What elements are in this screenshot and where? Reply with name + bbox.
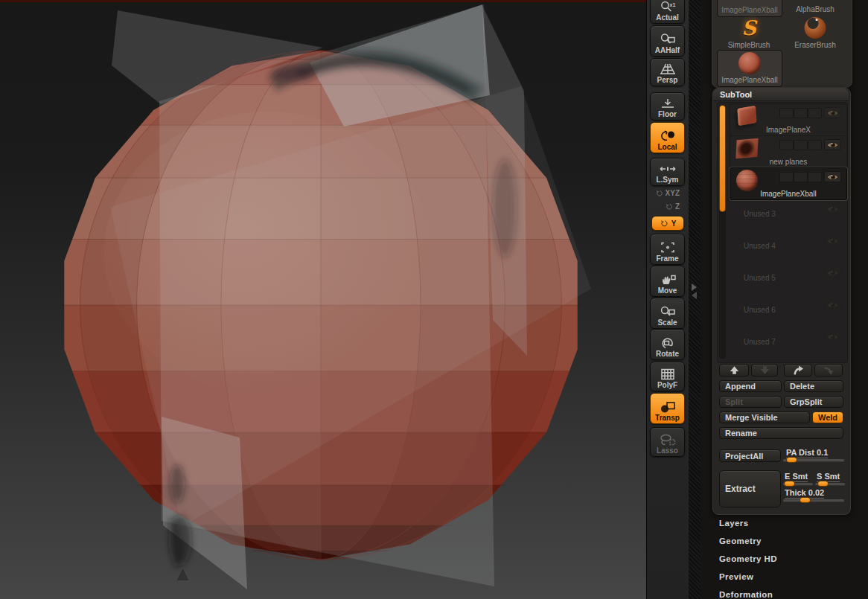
toolbar-button-icon [659, 0, 677, 13]
rename-button[interactable]: Rename [719, 427, 843, 439]
brush-tile-label: EraserBrush [783, 41, 847, 49]
brush-tile-eraserbrush[interactable]: EraserBrush [783, 16, 847, 51]
visibility-eye-button[interactable] [824, 299, 841, 310]
section-header-preview[interactable]: Preview [719, 572, 753, 581]
pa-dist-slider-handle[interactable] [786, 457, 797, 463]
brush-palette-panel: ImagePlaneXball AlphaBrush SimpleBrush E… [712, 0, 852, 88]
toolbar-button-lsym[interactable]: L.Sym [650, 158, 685, 186]
brush-thumbnail-icon [783, 0, 847, 5]
divider-handle[interactable] [690, 284, 699, 300]
weld-button[interactable]: Weld [812, 411, 843, 423]
thick-slider-handle[interactable] [800, 497, 811, 503]
toolbar-button-label: Rotate [656, 350, 679, 358]
toolbar-button-polyf[interactable]: PolyF [650, 362, 685, 391]
visibility-eye-button[interactable] [824, 267, 841, 278]
toolbar-button-icon [659, 129, 677, 143]
subtool-item-label: Unused 7 [744, 338, 776, 346]
toolbar-button-rot-xyz[interactable]: XYZ [650, 187, 685, 199]
insert-button[interactable] [814, 364, 843, 377]
toolbar-button-scale[interactable]: Scale [650, 298, 685, 329]
projectall-button[interactable]: ProjectAll [719, 449, 781, 462]
move-down-button[interactable] [751, 364, 778, 377]
toolbar-button-aahalf[interactable]: AAHalf [650, 25, 685, 57]
toolbar-button-icon [659, 97, 677, 110]
viewport-3d[interactable] [0, 0, 646, 599]
divider-arrow-left-icon [692, 292, 697, 299]
visibility-eye-button[interactable] [824, 139, 841, 150]
toolbar-button-rot-y[interactable]: Y [651, 216, 684, 231]
e-smt-slider-handle[interactable] [784, 481, 795, 487]
grpsplit-button[interactable]: GrpSplit [784, 396, 843, 408]
subtool-scrollbar-thumb[interactable] [719, 105, 726, 212]
visibility-eye-button[interactable] [824, 171, 841, 182]
s-smt-slider-handle[interactable] [817, 481, 829, 487]
subtool-slot[interactable] [779, 108, 794, 118]
toolbar-button-floor[interactable]: Floor [650, 92, 685, 121]
subtool-slot[interactable] [779, 140, 794, 150]
subtool-panel-header[interactable]: SubTool [713, 89, 849, 101]
subtool-item-unused-5[interactable]: Unused 5 [730, 263, 847, 296]
visibility-eye-button[interactable] [824, 203, 841, 214]
toolbar-button-frame[interactable]: Frame [650, 234, 685, 265]
toolbar-button-icon [665, 202, 674, 211]
subtool-item-imageplanexball[interactable]: ImagePlaneXball [730, 167, 847, 200]
visibility-eye-button[interactable] [824, 107, 841, 118]
panel-divider[interactable] [689, 0, 701, 599]
toolbar-button-persp[interactable]: Persp [650, 58, 685, 86]
extract-button[interactable]: Extract [719, 470, 781, 507]
merge-visible-button[interactable]: Merge Visible [719, 411, 810, 423]
toolbar-button-move[interactable]: Move [650, 266, 685, 297]
subtool-item-unused-3[interactable]: Unused 3 [730, 199, 847, 232]
visibility-eye-button[interactable] [824, 235, 841, 246]
brush-tile-imageplanexball[interactable]: ImagePlaneXball [717, 50, 782, 87]
append-button[interactable]: Append [719, 380, 782, 392]
thick-slider-track[interactable] [783, 499, 844, 502]
toolbar-button-label: XYZ [666, 189, 680, 197]
toolbar-button-label: Move [658, 286, 677, 295]
subtool-item-unused-4[interactable]: Unused 4 [730, 231, 847, 264]
toolbar-button-icon [659, 33, 677, 46]
toolbar-button-local[interactable]: Local [650, 122, 685, 153]
subtool-item-imageplanex[interactable]: ImagePlaneX [730, 103, 847, 136]
subtool-slot[interactable] [808, 108, 822, 118]
toolbar-button-transp[interactable]: Transp [650, 393, 685, 424]
toolbar-button-label: Y [671, 220, 677, 228]
duplicate-button[interactable] [784, 364, 812, 377]
section-header-layers[interactable]: Layers [719, 519, 748, 528]
pa-dist-slider-track[interactable] [783, 459, 844, 461]
toolbar-button-rotate[interactable]: Rotate [650, 329, 685, 360]
move-up-button[interactable] [719, 364, 749, 377]
subtool-item-unused-7[interactable]: Unused 7 [730, 327, 847, 360]
subtool-slot[interactable] [794, 172, 808, 182]
subtool-item-label: ImagePlaneX [730, 126, 846, 134]
toolbar-button-label: Lasso [657, 446, 678, 455]
thick-value: 0.02 [808, 488, 824, 497]
subtool-slot[interactable] [808, 172, 822, 182]
toolbar-button-rot-z[interactable]: Z [650, 200, 685, 213]
section-header-geometry[interactable]: Geometry [719, 536, 762, 545]
e-smt-slider-track[interactable] [783, 483, 813, 485]
toolbar-button-label: Local [657, 143, 677, 151]
subtool-slot[interactable] [794, 140, 808, 150]
subtool-slot[interactable] [794, 108, 808, 118]
brush-tile-alphabrush[interactable]: AlphaBrush [783, 0, 847, 16]
subtool-slot[interactable] [808, 140, 822, 150]
toolbar-button-actual[interactable]: Actual [650, 0, 685, 24]
visibility-eye-button[interactable] [824, 331, 841, 342]
split-button[interactable]: Split [719, 396, 782, 408]
toolbar-button-icon [659, 273, 677, 286]
toolbar-button-icon [659, 162, 677, 176]
subtool-item-label: Unused 3 [744, 210, 776, 218]
delete-button[interactable]: Delete [784, 380, 843, 392]
brush-tile-simplebrush[interactable]: SimpleBrush [717, 16, 781, 51]
toolbar-button-lasso[interactable]: Lasso [650, 427, 685, 457]
subtool-item-new-planes[interactable]: new planes [730, 135, 847, 168]
s-smt-slider-track[interactable] [815, 483, 845, 485]
subtool-slot[interactable] [779, 172, 794, 182]
brush-tile-imageplanexball[interactable]: ImagePlaneXball [717, 0, 782, 17]
section-header-geometry-hd[interactable]: Geometry HD [719, 554, 777, 563]
toolbar-button-label: PolyF [657, 381, 677, 389]
sketch-triangle-mark [178, 570, 188, 580]
subtool-item-unused-6[interactable]: Unused 6 [730, 295, 847, 328]
section-header-deformation[interactable]: Deformation [719, 590, 773, 599]
